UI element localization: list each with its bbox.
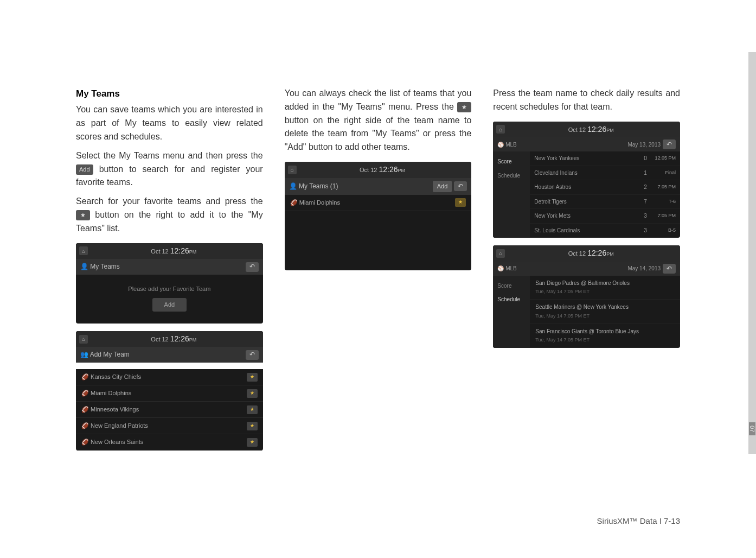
date: Oct 12 xyxy=(568,250,586,257)
date: Oct 12 xyxy=(151,336,168,343)
page-edge-tab xyxy=(748,52,756,454)
date: Oct 12 xyxy=(568,126,586,133)
star-icon[interactable]: ★ xyxy=(455,198,466,207)
home-icon[interactable]: ⌂ xyxy=(79,335,88,344)
text: button on the right to add it to the "My… xyxy=(76,210,263,233)
table-row[interactable]: Houston Astros27:05 PM xyxy=(530,180,680,195)
table-row[interactable]: New York Mets37:05 PM xyxy=(530,209,680,224)
date-label: May 14, 2013 xyxy=(627,264,661,273)
date: Oct 12 xyxy=(360,167,377,173)
section-title: My Teams xyxy=(76,87,263,101)
add-button[interactable]: Add xyxy=(433,181,452,192)
list-item[interactable]: 🏈 New England Patriots★ xyxy=(76,418,263,434)
league-label: ⚾ MLB xyxy=(497,264,516,273)
screenshot-mlb-score: ⌂ Oct 12 12:26PM ⚾ MLB May 13, 2013 ↶ Sc… xyxy=(493,122,680,238)
tab-schedule[interactable]: Schedule xyxy=(493,293,530,307)
screenshot-add-my-team: ⌂ Oct 12 12:26PM 👥 Add My Team ↶ 🏈 Kansa… xyxy=(76,331,263,451)
table-row[interactable]: San Francisco Giants @ Toronto Blue Jays… xyxy=(530,324,680,348)
star-icon[interactable]: ★ xyxy=(247,422,258,430)
text: Search for your favorite teams and press… xyxy=(76,196,263,206)
time: 12:26 xyxy=(170,246,189,255)
page-section-number: 07 xyxy=(749,422,755,435)
empty-message: Please add your Favorite Team xyxy=(81,284,258,294)
screen-title: 👤 My Teams (1) xyxy=(289,181,338,192)
screen-title: 👤 My Teams xyxy=(80,262,120,272)
time: 12:26 xyxy=(587,249,606,257)
home-icon[interactable]: ⌂ xyxy=(79,246,88,255)
back-icon[interactable]: ↶ xyxy=(454,181,467,191)
list-item[interactable]: 🏈 Kansas City Chiefs★ xyxy=(76,369,263,385)
back-icon[interactable]: ↶ xyxy=(663,264,676,274)
back-icon[interactable]: ↶ xyxy=(246,350,259,360)
screen-title: 👥 Add My Team xyxy=(80,350,130,360)
text: Select the My Teams menu and then press … xyxy=(76,151,263,160)
list-item[interactable]: 🏈 Miami Dolphins★ xyxy=(76,385,263,402)
paragraph: Select the My Teams menu and then press … xyxy=(76,149,263,189)
screenshot-mlb-schedule: ⌂ Oct 12 12:26PM ⚾ MLB May 14, 2013 ↶ Sc… xyxy=(493,245,680,348)
column-3: Press the team name to check daily resul… xyxy=(493,87,680,458)
screenshot-my-teams-list: ⌂ Oct 12 12:26PM 👤 My Teams (1) Add ↶ 🏈 … xyxy=(285,162,472,270)
search-input[interactable] xyxy=(76,363,263,369)
star-button-inline: ★ xyxy=(457,102,471,112)
table-row[interactable]: Seattle Mariners @ New York Yankees Tue,… xyxy=(530,300,680,324)
table-row[interactable]: San Diego Padres @ Baltimore Orioles Tue… xyxy=(530,276,680,300)
time: 12:26 xyxy=(587,125,606,134)
page-footer: SiriusXM™ Data I 7-13 xyxy=(597,516,680,525)
table-row[interactable]: St. Louis Cardinals3B-5 xyxy=(530,224,680,238)
ampm: PM xyxy=(606,251,614,257)
text: button on the right side of the team nam… xyxy=(285,116,472,152)
add-button[interactable]: Add xyxy=(152,298,187,312)
time: 12:26 xyxy=(379,165,398,174)
back-icon[interactable]: ↶ xyxy=(246,262,259,272)
ampm: PM xyxy=(189,249,197,255)
time: 12:26 xyxy=(170,334,189,343)
back-icon[interactable]: ↶ xyxy=(663,140,676,149)
column-2: You can always check the list of teams t… xyxy=(285,87,472,458)
text: You can always check the list of teams t… xyxy=(285,88,472,111)
star-icon[interactable]: ★ xyxy=(247,438,258,447)
star-icon[interactable]: ★ xyxy=(247,405,258,414)
tab-schedule[interactable]: Schedule xyxy=(493,169,530,183)
table-row[interactable]: Detroit Tigers7T-6 xyxy=(530,195,680,210)
screenshot-my-teams-empty: ⌂ Oct 12 12:26PM 👤 My Teams ↶ Please add… xyxy=(76,243,263,324)
star-button-inline: ★ xyxy=(76,210,90,220)
paragraph: You can save teams which you are interes… xyxy=(76,103,263,143)
star-icon[interactable]: ★ xyxy=(247,373,258,382)
ampm: PM xyxy=(189,337,197,343)
date: Oct 12 xyxy=(151,248,168,255)
ampm: PM xyxy=(606,128,614,133)
list-item[interactable]: 🏈 Miami Dolphins★ xyxy=(285,195,472,211)
ampm: PM xyxy=(398,168,406,173)
home-icon[interactable]: ⌂ xyxy=(496,125,505,134)
league-label: ⚾ MLB xyxy=(497,141,516,149)
tab-score[interactable]: Score xyxy=(493,279,530,293)
home-icon[interactable]: ⌂ xyxy=(496,249,505,258)
paragraph: You can always check the list of teams t… xyxy=(285,87,472,154)
column-1: My Teams You can save teams which you ar… xyxy=(76,87,263,458)
add-button-inline: Add xyxy=(76,164,93,175)
text: button to search for and register your f… xyxy=(76,164,263,187)
list-item[interactable]: 🏈 New Orleans Saints★ xyxy=(76,434,263,451)
table-row[interactable]: New York Yankees012:05 PM xyxy=(530,151,680,166)
date-label: May 13, 2013 xyxy=(627,141,661,149)
table-row[interactable]: Cleveland Indians1Final xyxy=(530,166,680,181)
home-icon[interactable]: ⌂ xyxy=(288,166,297,174)
paragraph: Press the team name to check daily resul… xyxy=(493,87,680,114)
star-icon[interactable]: ★ xyxy=(247,389,258,398)
list-item[interactable]: 🏈 Minnesota Vikings★ xyxy=(76,402,263,418)
paragraph: Search for your favorite teams and press… xyxy=(76,195,263,235)
tab-score[interactable]: Score xyxy=(493,155,530,169)
